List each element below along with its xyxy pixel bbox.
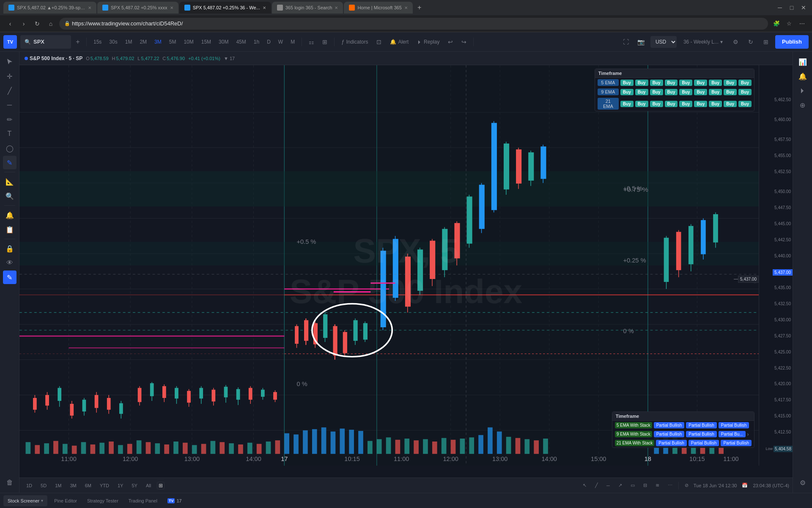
layout-button[interactable]: 36 - Weekly L... ▾ (680, 36, 726, 48)
ema9-expand-icon[interactable]: › (747, 431, 749, 437)
bt-6m[interactable]: 6M (82, 480, 95, 491)
tab-4[interactable]: 365 login 365 - Search ✕ (272, 2, 343, 14)
bt-1y[interactable]: 1Y (114, 480, 126, 491)
tf-5m[interactable]: 5M (166, 36, 180, 48)
right-sidebar-chart-icon[interactable]: 📊 (796, 55, 809, 69)
drawing-arrow-btn[interactable]: ↗ (615, 480, 625, 491)
stock-screener-tab[interactable]: Stock Screener ▾ (3, 495, 47, 506)
tf-15s[interactable]: 15s (90, 36, 105, 48)
tf-d[interactable]: D (263, 36, 274, 48)
home-btn[interactable]: ⌂ (46, 19, 56, 29)
bt-3m[interactable]: 3M (66, 480, 80, 491)
tf-45m[interactable]: 45M (233, 36, 249, 48)
sidebar-alert-tool[interactable]: 🔔 (3, 208, 16, 222)
replay-button[interactable]: ⏵ Replay (414, 36, 443, 48)
tf-m[interactable]: M (287, 36, 298, 48)
sidebar-cursor-tool[interactable] (3, 55, 16, 69)
trading-panel-tab[interactable]: Trading Panel (125, 495, 161, 506)
tab-5[interactable]: Home | Microsoft 365 ✕ (344, 2, 412, 14)
bar-style-button[interactable]: ⚏ (305, 36, 317, 48)
drawing-fib-btn[interactable]: ≋ (652, 480, 663, 491)
sidebar-trash-tool[interactable]: 🗑 (3, 476, 16, 489)
sidebar-shape-tool[interactable]: ◯ (3, 141, 16, 155)
tf-3m[interactable]: 3M (151, 36, 165, 48)
tf-10m[interactable]: 10M (180, 36, 197, 48)
sidebar-zoom-tool[interactable]: 🔍 (3, 189, 16, 203)
drawing-more-btn[interactable]: ⋯ (664, 480, 676, 491)
sidebar-watchlist-tool[interactable]: 📋 (3, 223, 16, 236)
sidebar-annotation-tool[interactable]: ✎ (3, 156, 16, 169)
sidebar-horizontal-line-tool[interactable]: ─ (3, 98, 16, 112)
sidebar-eye-tool[interactable]: 👁 (3, 256, 16, 270)
bt-1m[interactable]: 1M (52, 480, 65, 491)
tf-2m[interactable]: 2M (136, 36, 150, 48)
settings-button[interactable]: ⚙ (730, 36, 741, 48)
minimize-btn[interactable]: ─ (775, 3, 785, 13)
tab-2[interactable]: SPX 5,487.02 +0.25% xxxx ✕ (97, 2, 178, 14)
bt-all[interactable]: All (143, 480, 154, 491)
alert-button[interactable]: 🔔 Alert (387, 36, 412, 48)
chart-settings-button[interactable]: ⊞ (760, 36, 772, 48)
compare-chart-icon[interactable]: ⊞ (157, 482, 165, 489)
tab-close-4[interactable]: ✕ (335, 6, 338, 10)
bt-1d[interactable]: 1D (23, 480, 36, 491)
right-sidebar-settings-icon[interactable]: ⚙ (796, 476, 809, 489)
address-bar[interactable]: 🔒 https://www.tradingview.com/chart/ciD5… (59, 18, 768, 30)
tab-3[interactable]: SPX 5,487.02 +0.25% 36 - We... ✕ (179, 2, 271, 14)
tab-close-5[interactable]: ✕ (404, 6, 408, 10)
tf-1h[interactable]: 1h (250, 36, 263, 48)
fullscreen-button[interactable]: ⛶ (620, 36, 632, 48)
add-symbol-button[interactable]: + (73, 37, 83, 47)
indicators-button[interactable]: ƒ Indicators (338, 36, 371, 48)
tab-close-1[interactable]: ✕ (88, 6, 91, 10)
pine-editor-tab[interactable]: Pine Editor (51, 495, 80, 506)
tf-30s[interactable]: 30s (106, 36, 121, 48)
symbol-search[interactable]: 🔍 SPX (20, 35, 71, 49)
drawing-erase-btn[interactable]: ⊘ (681, 480, 692, 491)
maximize-btn[interactable]: □ (787, 3, 797, 13)
extensions-btn[interactable]: 🧩 (771, 19, 782, 29)
calendar-icon-btn[interactable]: 📅 (738, 480, 751, 491)
tf-30m[interactable]: 30M (215, 36, 232, 48)
tf-15m[interactable]: 15M (198, 36, 214, 48)
reload-btn[interactable]: ↻ (32, 19, 42, 29)
right-sidebar-alert-icon[interactable]: 🔔 (796, 69, 809, 83)
screenshot-button[interactable]: 📷 (635, 36, 647, 48)
bt-5y[interactable]: 5Y (128, 480, 140, 491)
tf-1m[interactable]: 1M (122, 36, 136, 48)
compare-button[interactable]: ⊞ (319, 36, 331, 48)
strategy-tester-tab[interactable]: Strategy Tester (84, 495, 122, 506)
new-tab-button[interactable]: + (414, 2, 425, 14)
drawing-horizontal-btn[interactable]: ─ (603, 480, 613, 491)
sidebar-draw-tool[interactable]: ✏ (3, 113, 16, 126)
sidebar-active-tool[interactable]: ✎ (3, 271, 16, 284)
bt-ytd[interactable]: YTD (96, 480, 112, 491)
close-btn[interactable]: ✕ (798, 3, 809, 13)
sidebar-lock-tool[interactable]: 🔒 (3, 242, 16, 255)
currency-select[interactable]: USD (650, 36, 677, 48)
drawing-line-btn[interactable]: ╱ (592, 480, 601, 491)
templates-button[interactable]: ⊡ (373, 36, 385, 48)
sync-button[interactable]: ↻ (745, 36, 757, 48)
chart-canvas[interactable]: SPX, 5 S&P 500 Index (19, 65, 793, 478)
tf-w[interactable]: W (275, 36, 286, 48)
favorites-btn[interactable]: ☆ (784, 19, 794, 29)
sidebar-line-tool[interactable]: ╱ (3, 84, 16, 97)
tab-close-2[interactable]: ✕ (170, 6, 173, 10)
undo-button[interactable]: ↩ (444, 36, 456, 48)
bt-5d[interactable]: 5D (37, 480, 50, 491)
tab-1[interactable]: SPX 5,487.02 ▲+0.25% 39-spy i... ✕ (3, 2, 96, 14)
right-sidebar-replay-icon[interactable]: ⏵ (796, 84, 809, 97)
drawing-cursor-btn[interactable]: ↖ (579, 480, 590, 491)
sidebar-measure-tool[interactable]: 📐 (3, 175, 16, 188)
forward-btn[interactable]: › (19, 19, 29, 29)
sidebar-text-tool[interactable]: T (3, 127, 16, 141)
right-sidebar-zoom-icon[interactable]: ⊕ (796, 98, 809, 112)
more-btn[interactable]: ⋯ (797, 19, 807, 29)
redo-button[interactable]: ↪ (458, 36, 470, 48)
drawing-rect-btn[interactable]: ▭ (627, 480, 638, 491)
sidebar-crosshair-tool[interactable]: ✛ (3, 69, 16, 83)
drawing-measure-btn[interactable]: ⊟ (640, 480, 650, 491)
back-btn[interactable]: ‹ (5, 19, 15, 29)
publish-button[interactable]: Publish (775, 35, 809, 49)
